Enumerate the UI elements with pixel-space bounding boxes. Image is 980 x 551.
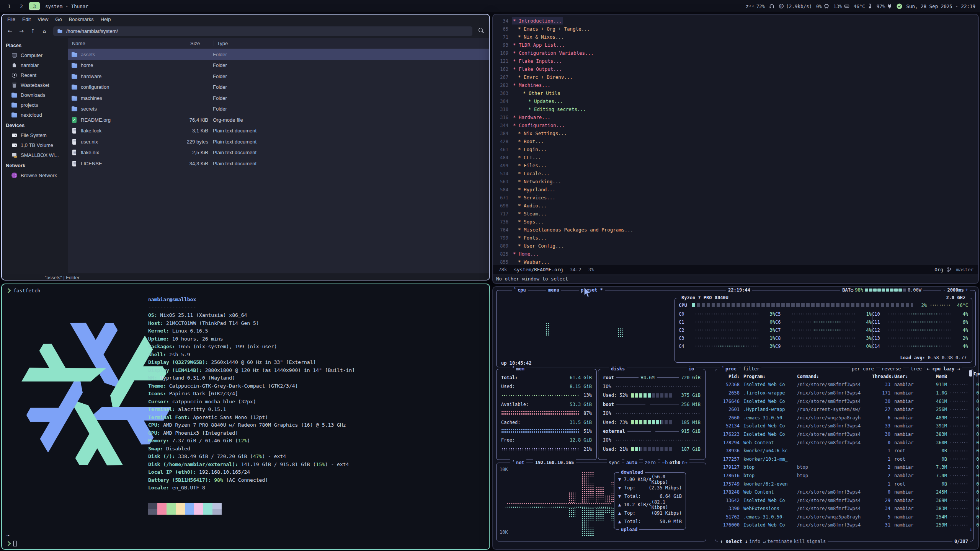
reverse-toggle[interactable]: reverse (882, 366, 901, 372)
sidebar-item[interactable]: 1,0 TB Volume (2, 140, 68, 150)
process-row[interactable]: 178616 btop btop 2 nambiar 7.4M 0.0 (715, 471, 973, 480)
back-button[interactable]: ← (5, 26, 15, 36)
file-row[interactable]: hardware Folder (68, 71, 489, 82)
sidebar-item[interactable]: Downloads (2, 90, 68, 100)
workspace-button[interactable]: 1 (5, 2, 14, 10)
process-row[interactable]: 179127 btop btop 2 nambiar 7.3M 0.0 (715, 463, 973, 472)
cpu-module[interactable]: 0% (816, 3, 829, 9)
process-row[interactable]: 52134 Isolated Web Co /nix/store/sm8fmrf… (715, 422, 973, 430)
info-key[interactable]: info ↵ (749, 538, 766, 544)
mem-tab[interactable]: ² mem (510, 366, 526, 372)
sidebar-item[interactable]: nambiar (2, 60, 68, 70)
file-row[interactable]: assets Folder (68, 49, 489, 60)
menu-item[interactable]: Bookmarks (66, 16, 97, 23)
kill-key[interactable]: kill (794, 538, 805, 544)
process-row[interactable]: 3390 WebExtensions /nix/store/sm8fmrf3wp… (715, 505, 973, 513)
process-row[interactable]: 52368 Isolated Web Co /nix/store/sm8fmrf… (715, 381, 973, 389)
file-row[interactable]: home Folder (68, 60, 489, 71)
filter-button[interactable]: filter (743, 366, 760, 372)
process-row[interactable]: 177257 kworker/10:1-mm_ 1 root 0B 0.0 (715, 455, 973, 463)
net-tab[interactable]: ³ net (510, 460, 526, 466)
mem-header[interactable]: MemB (926, 374, 947, 379)
command-header[interactable]: Command: (796, 374, 872, 379)
temperature-module[interactable]: 46°C (854, 3, 872, 9)
column-size[interactable]: Size (187, 41, 214, 46)
process-row[interactable]: 178248 Web Content /nix/store/sm8fmrf3wp… (715, 488, 973, 496)
path-bar[interactable]: /home/nambiar/system/ (53, 26, 472, 36)
forward-button[interactable]: → (16, 26, 26, 36)
menu-item[interactable]: File (4, 16, 18, 23)
home-button[interactable]: ⌂ (39, 26, 49, 36)
file-row[interactable]: README.org 76,4 KiB Org-mode file (68, 114, 489, 126)
sidebar-item[interactable]: File System (2, 130, 68, 140)
pid-header[interactable]: Pid: (715, 374, 740, 379)
refresh-minus-button[interactable]: - (943, 287, 946, 293)
auto-toggle[interactable]: auto (626, 460, 637, 466)
process-row[interactable]: 13642 Isolated Web Co /nix/store/sm8fmrf… (715, 496, 973, 505)
workspace-button[interactable]: 3 (29, 2, 40, 10)
sidebar-item[interactable]: Wastebasket (2, 80, 68, 90)
refresh-rate-control[interactable]: - 2000ms + (941, 287, 970, 293)
zero-toggle[interactable]: zero (645, 460, 656, 466)
sidebar-item[interactable]: Computer (2, 50, 68, 60)
threads-header[interactable]: Threads: (872, 374, 890, 379)
io-label[interactable]: io (689, 366, 694, 372)
shell-prompt[interactable] (7, 541, 17, 546)
sidebar-item[interactable]: nextcloud (2, 110, 68, 120)
process-scrollbar-thumb[interactable] (969, 370, 972, 377)
column-name[interactable]: Name (68, 41, 187, 46)
interface-switcher[interactable]: ←b eth0 n→ (660, 460, 689, 466)
file-row[interactable]: LICENSE 34,3 KiB Plain text document (68, 158, 489, 169)
proc-tab[interactable]: ⁴ proc (720, 366, 738, 372)
process-row[interactable]: 2658 .firefox-wrappe /nix/store/sm8fmrf3… (715, 389, 973, 397)
workspace-button[interactable]: 2 (17, 2, 26, 10)
idle-inhibitor-module[interactable]: zᶻᶻ 72% (746, 3, 765, 9)
file-row[interactable]: secrets Folder (68, 104, 489, 115)
menu-item[interactable]: View (34, 16, 51, 23)
network-module[interactable]: @ (2.9kb/s) (779, 3, 812, 9)
per-core-toggle[interactable]: per-core (852, 366, 874, 372)
disks-tab-label[interactable]: disks (611, 366, 625, 372)
process-row[interactable]: 176000 Isolated Web Co /nix/store/sm8fmr… (715, 521, 973, 530)
sidebar-item[interactable]: Recent (2, 70, 68, 80)
file-row[interactable]: machines Folder (68, 93, 489, 104)
search-button[interactable] (476, 26, 486, 36)
process-row[interactable]: 175749 kworker/6:2-even 1 root 0B 0.0 (715, 480, 973, 488)
user-header[interactable]: User: (890, 374, 926, 379)
editor-buffer[interactable]: 34 * Introduction... 65 * Emacs + Org + … (493, 15, 978, 266)
signals-key[interactable]: signals (807, 538, 826, 544)
program-header[interactable]: Program: (740, 374, 796, 379)
process-row[interactable]: 176223 Isolated Web Co /nix/store/sm8fmr… (715, 430, 973, 439)
menu-button[interactable]: menu (546, 287, 561, 293)
select-key[interactable]: ↑ select ↓ (720, 538, 748, 544)
tree-toggle[interactable]: tree (911, 366, 922, 372)
sort-column-selector[interactable]: ← cpu lazy → (927, 366, 960, 372)
sidebar-item[interactable]: SMALLBOX Wi... (2, 150, 68, 160)
column-type[interactable]: Type (214, 41, 489, 46)
file-row[interactable]: flake.lock 3,1 KiB Plain text document (68, 126, 489, 137)
process-row[interactable]: 176646 Isolated Web Co /nix/store/sm8fmr… (715, 397, 973, 406)
updates-module[interactable] (897, 3, 902, 9)
menu-item[interactable]: Help (98, 16, 114, 23)
cpu-tab[interactable]: ¹ cpu (512, 287, 528, 293)
scroll-down-arrow-icon[interactable]: ↓ (970, 527, 972, 532)
battery-module[interactable]: 97% (877, 3, 893, 9)
refresh-plus-button[interactable]: + (965, 287, 968, 293)
process-row[interactable]: 178294 Web Content /nix/store/sm8fmrf3wp… (715, 439, 973, 447)
terminal-window[interactable]: fastfetch nambiar@smallbox (1, 284, 490, 550)
process-row[interactable]: 2601 .Hyprland-wrapp /run/current-system… (715, 405, 973, 414)
terminate-key[interactable]: terminate (768, 538, 792, 544)
process-row[interactable]: 38936 kworker/u64:6-kc 1 root 0B 0.0 (715, 447, 973, 455)
clock-module[interactable]: Sun, 28 Sep 2025 - 22:19 (906, 3, 975, 9)
sync-toggle[interactable]: sync (609, 460, 620, 466)
process-row[interactable]: 51762 .emacs-31.0.50- /nix/store/wnqz5pa… (715, 513, 973, 521)
memory-module[interactable]: 13% (833, 3, 849, 9)
file-row[interactable]: flake.nix 2,5 KiB Plain text document (68, 147, 489, 158)
menu-item[interactable]: Go (52, 16, 65, 23)
sidebar-item[interactable]: Browse Network (2, 170, 68, 180)
up-button[interactable]: ↑ (28, 26, 38, 36)
sidebar-item[interactable]: projects (2, 100, 68, 110)
cpu-header[interactable]: Cpu% ↑ (972, 371, 980, 382)
file-row[interactable]: configuration Folder (68, 82, 489, 93)
file-row[interactable]: user.nix 229 bytes Plain text document (68, 136, 489, 147)
